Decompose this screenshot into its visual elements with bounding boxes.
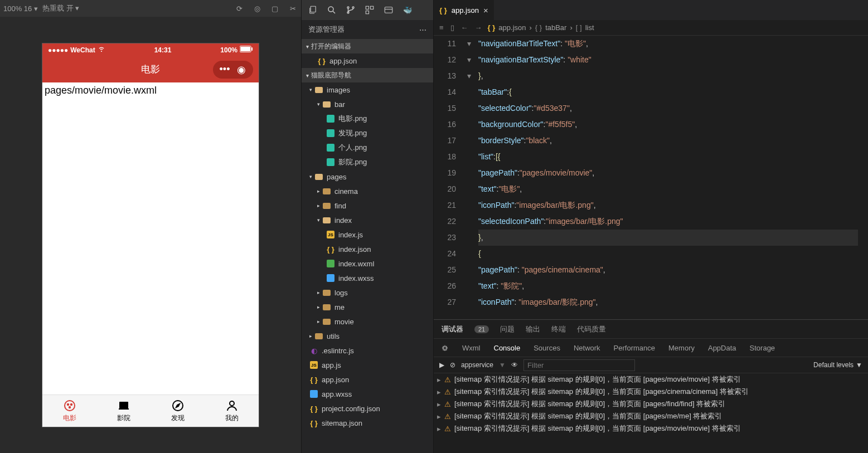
filter-input[interactable] bbox=[523, 359, 635, 371]
menu-icon[interactable]: ••• bbox=[216, 61, 233, 78]
panel-tab-quality[interactable]: 代码质量 bbox=[577, 324, 606, 334]
folder-logs[interactable]: logs bbox=[302, 285, 433, 300]
log-levels[interactable]: Default levels bbox=[813, 361, 854, 369]
folder-movie[interactable]: movie bbox=[302, 314, 433, 329]
docker-icon[interactable]: 🐳 bbox=[402, 4, 413, 16]
tab-cinema[interactable]: 影院 bbox=[96, 395, 151, 427]
svg-rect-18 bbox=[366, 11, 368, 14]
extensions-icon[interactable] bbox=[364, 4, 375, 16]
context-selector[interactable]: appservice bbox=[461, 361, 493, 369]
svg-point-13 bbox=[347, 7, 349, 8]
capsule-buttons[interactable]: ••• ◉ bbox=[213, 61, 253, 79]
panel-tab-terminal[interactable]: 终端 bbox=[551, 324, 566, 334]
fold-column[interactable]: ▾▾▾ bbox=[467, 36, 478, 319]
close-icon[interactable]: ◉ bbox=[233, 61, 250, 78]
svg-point-5 bbox=[70, 403, 71, 405]
devtab-appdata[interactable]: AppData bbox=[708, 344, 736, 352]
activity-bar: 🐳 bbox=[302, 0, 433, 20]
simulator-panel: 100% 16 ▾ 热重载 开 ▾ ⟳ ◎ ▢ ✂ ●●●●● WeChat 1… bbox=[0, 0, 301, 453]
clear-icon[interactable]: ⊘ bbox=[450, 361, 455, 369]
code-editor[interactable]: 1112131415161718192021222324252627 ▾▾▾ "… bbox=[434, 36, 868, 319]
file-projectconfig[interactable]: { }project.config.json bbox=[302, 401, 433, 416]
editor-panel: { } app.json × ≡ ▯ ← → { }app.json › { }… bbox=[434, 0, 868, 453]
battery-percent: 100% bbox=[220, 46, 237, 54]
folder-find[interactable]: find bbox=[302, 198, 433, 213]
back-icon[interactable]: ← bbox=[461, 23, 468, 32]
file-js[interactable]: JSindex.js bbox=[302, 227, 433, 242]
explorer-panel: 🐳 资源管理器 ⋯ 打开的编辑器 { }app.json 猫眼底部导航 imag… bbox=[301, 0, 434, 453]
breadcrumb[interactable]: { }app.json › { }tabBar › [ ]list bbox=[488, 23, 594, 32]
tab-label: app.json bbox=[452, 6, 479, 14]
panel-tab-problems[interactable]: 问题 bbox=[500, 324, 515, 334]
card-icon[interactable] bbox=[383, 4, 394, 16]
hot-reload-toggle[interactable]: 热重载 开 ▾ bbox=[42, 3, 79, 13]
panel-tab-debugger[interactable]: 调试器 bbox=[442, 324, 463, 334]
open-editor-item[interactable]: { }app.json bbox=[302, 53, 433, 68]
project-section[interactable]: 猫眼底部导航 bbox=[302, 68, 433, 82]
folder-index[interactable]: index bbox=[302, 213, 433, 227]
devtab-sources[interactable]: Sources bbox=[534, 344, 560, 352]
devtab-performance[interactable]: Performance bbox=[614, 344, 655, 352]
forward-icon[interactable]: → bbox=[475, 23, 482, 32]
file-image[interactable]: 个人.png bbox=[302, 140, 433, 155]
devtab-wxml[interactable]: Wxml bbox=[462, 344, 481, 352]
file-wxss[interactable]: index.wxss bbox=[302, 271, 433, 285]
devtools-tabs: ⯐ Wxml Console Sources Network Performan… bbox=[434, 339, 868, 357]
tab-movie[interactable]: 电影 bbox=[42, 395, 96, 427]
code-content[interactable]: "navigationBarTitleText": "电影", "navigat… bbox=[478, 36, 858, 319]
console-output[interactable]: ▸⚠[sitemap 索引情况提示] 根据 sitemap 的规则[0]，当前页… bbox=[434, 373, 868, 453]
folder-pages[interactable]: pages bbox=[302, 169, 433, 184]
panel-tabs: 调试器 21 问题 输出 终端 代码质量 bbox=[434, 320, 868, 339]
tab-find-label: 发现 bbox=[171, 413, 185, 423]
close-tab-icon[interactable]: × bbox=[483, 6, 488, 15]
panel-tab-output[interactable]: 输出 bbox=[526, 324, 540, 334]
eye-icon[interactable]: 👁 bbox=[511, 361, 518, 369]
phone-frame: ●●●●● WeChat 14:31 100% 电影 ••• bbox=[42, 43, 259, 427]
file-appwxss[interactable]: app.wxss bbox=[302, 387, 433, 401]
folder-me[interactable]: me bbox=[302, 300, 433, 314]
devtab-console[interactable]: Console bbox=[494, 344, 521, 352]
devtab-network[interactable]: Network bbox=[574, 344, 600, 352]
folder-bar[interactable]: bar bbox=[302, 97, 433, 111]
bookmark-icon[interactable]: ▯ bbox=[450, 23, 454, 32]
devtab-memory[interactable]: Memory bbox=[668, 344, 695, 352]
search-icon[interactable] bbox=[326, 4, 337, 16]
file-tree: images bar 电影.png 发现.png 个人.png 影院.png p… bbox=[302, 82, 433, 430]
svg-rect-17 bbox=[371, 6, 374, 9]
file-appjs[interactable]: JSapp.js bbox=[302, 358, 433, 372]
cut-icon[interactable]: ✂ bbox=[288, 3, 298, 13]
svg-rect-7 bbox=[119, 402, 128, 408]
tab-find[interactable]: 发现 bbox=[151, 395, 205, 427]
folder-cinema[interactable]: cinema bbox=[302, 184, 433, 198]
file-image[interactable]: 发现.png bbox=[302, 126, 433, 140]
file-wxml[interactable]: index.wxml bbox=[302, 256, 433, 271]
open-editors-section[interactable]: 打开的编辑器 bbox=[302, 39, 433, 53]
zoom-level[interactable]: 100% 16 ▾ bbox=[3, 4, 38, 13]
tab-bar: 电影 影院 发现 我的 bbox=[42, 394, 259, 427]
branch-icon[interactable] bbox=[345, 4, 356, 16]
tab-cinema-label: 影院 bbox=[117, 413, 130, 423]
svg-rect-2 bbox=[251, 47, 253, 51]
file-image[interactable]: 电影.png bbox=[302, 111, 433, 126]
tab-me[interactable]: 我的 bbox=[205, 395, 259, 427]
device-icon[interactable]: ▢ bbox=[270, 3, 280, 13]
play-icon[interactable]: ▶ bbox=[439, 361, 444, 369]
devtab-storage[interactable]: Storage bbox=[750, 344, 775, 352]
stop-icon[interactable]: ◎ bbox=[252, 3, 262, 13]
file-eslintrc[interactable]: ◐.eslintrc.js bbox=[302, 343, 433, 358]
refresh-icon[interactable]: ⟳ bbox=[234, 3, 244, 13]
svg-point-10 bbox=[230, 401, 234, 406]
status-bar: ●●●●● WeChat 14:31 100% bbox=[42, 43, 259, 57]
more-icon[interactable]: ⋯ bbox=[419, 26, 426, 34]
folder-utils[interactable]: utils bbox=[302, 329, 433, 343]
breadcrumb-bar: ≡ ▯ ← → { }app.json › { }tabBar › [ ]lis… bbox=[434, 20, 868, 36]
inspect-icon[interactable]: ⯐ bbox=[442, 344, 449, 352]
files-icon[interactable] bbox=[307, 4, 318, 16]
list-icon[interactable]: ≡ bbox=[439, 23, 444, 32]
editor-tab-appjson[interactable]: { } app.json × bbox=[434, 0, 494, 20]
file-sitemap[interactable]: { }sitemap.json bbox=[302, 416, 433, 430]
folder-images[interactable]: images bbox=[302, 82, 433, 97]
file-json[interactable]: { }index.json bbox=[302, 242, 433, 256]
file-image[interactable]: 影院.png bbox=[302, 155, 433, 169]
file-appjson[interactable]: { }app.json bbox=[302, 372, 433, 387]
